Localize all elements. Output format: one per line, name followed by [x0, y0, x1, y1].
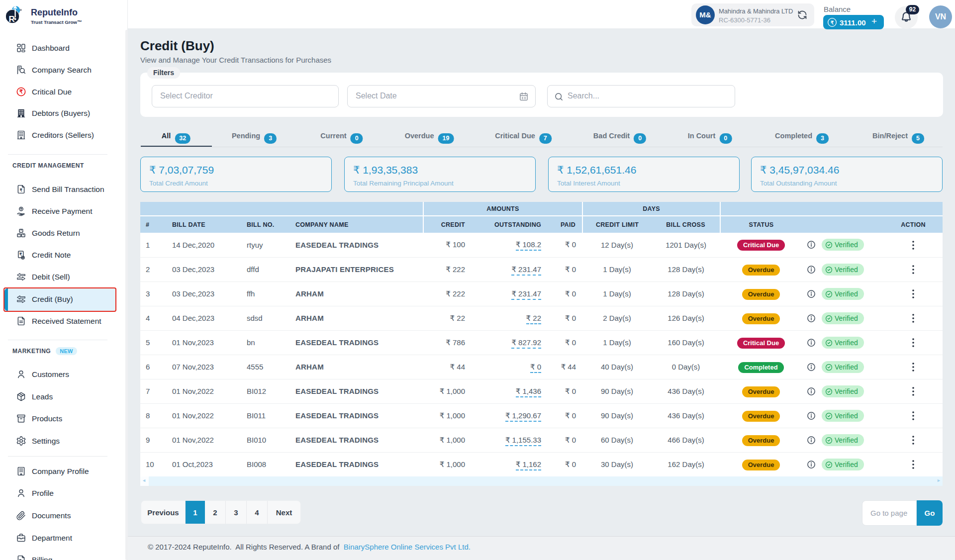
- svg-text:₹: ₹: [19, 89, 23, 94]
- svg-text:R: R: [9, 14, 15, 24]
- svg-text:₹: ₹: [831, 19, 834, 25]
- svg-text:₹: ₹: [20, 188, 22, 192]
- svg-text:₹: ₹: [19, 252, 22, 257]
